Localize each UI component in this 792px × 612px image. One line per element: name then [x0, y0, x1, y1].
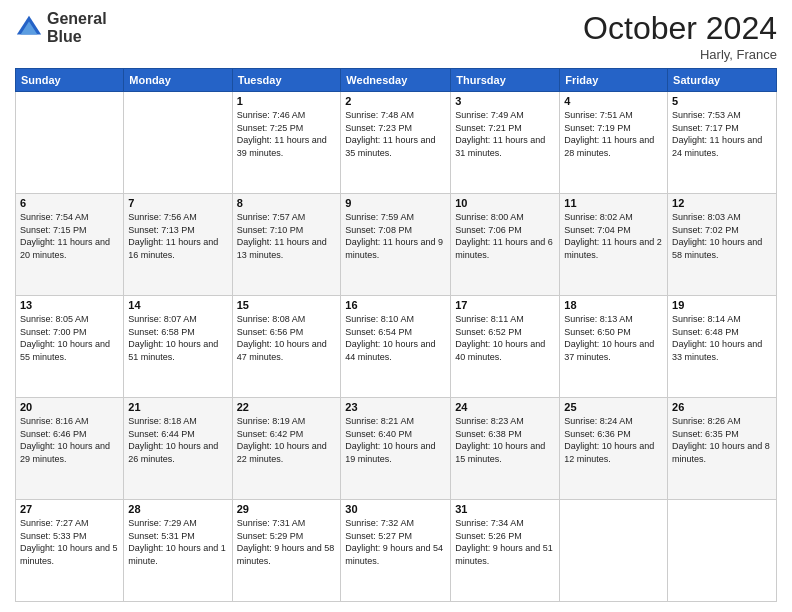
day-detail: Sunrise: 7:48 AMSunset: 7:23 PMDaylight:… [345, 109, 446, 159]
day-number: 25 [564, 401, 663, 413]
calendar-cell: 9 Sunrise: 7:59 AMSunset: 7:08 PMDayligh… [341, 194, 451, 296]
day-detail: Sunrise: 8:19 AMSunset: 6:42 PMDaylight:… [237, 415, 337, 465]
day-detail: Sunrise: 8:13 AMSunset: 6:50 PMDaylight:… [564, 313, 663, 363]
day-detail: Sunrise: 8:23 AMSunset: 6:38 PMDaylight:… [455, 415, 555, 465]
title-block: October 2024 Harly, France [583, 10, 777, 62]
day-detail: Sunrise: 7:46 AMSunset: 7:25 PMDaylight:… [237, 109, 337, 159]
day-detail: Sunrise: 8:26 AMSunset: 6:35 PMDaylight:… [672, 415, 772, 465]
calendar-cell: 17 Sunrise: 8:11 AMSunset: 6:52 PMDaylig… [451, 296, 560, 398]
weekday-header: Wednesday [341, 69, 451, 92]
day-detail: Sunrise: 7:49 AMSunset: 7:21 PMDaylight:… [455, 109, 555, 159]
day-detail: Sunrise: 8:14 AMSunset: 6:48 PMDaylight:… [672, 313, 772, 363]
weekday-header: Tuesday [232, 69, 341, 92]
day-number: 31 [455, 503, 555, 515]
day-number: 18 [564, 299, 663, 311]
day-number: 8 [237, 197, 337, 209]
calendar-cell: 4 Sunrise: 7:51 AMSunset: 7:19 PMDayligh… [560, 92, 668, 194]
day-detail: Sunrise: 8:02 AMSunset: 7:04 PMDaylight:… [564, 211, 663, 261]
day-number: 19 [672, 299, 772, 311]
month-title: October 2024 [583, 10, 777, 47]
calendar-cell: 22 Sunrise: 8:19 AMSunset: 6:42 PMDaylig… [232, 398, 341, 500]
calendar-cell: 1 Sunrise: 7:46 AMSunset: 7:25 PMDayligh… [232, 92, 341, 194]
header: General Blue October 2024 Harly, France [15, 10, 777, 62]
day-number: 23 [345, 401, 446, 413]
location: Harly, France [583, 47, 777, 62]
weekday-header: Sunday [16, 69, 124, 92]
calendar-cell: 20 Sunrise: 8:16 AMSunset: 6:46 PMDaylig… [16, 398, 124, 500]
day-detail: Sunrise: 7:34 AMSunset: 5:26 PMDaylight:… [455, 517, 555, 567]
day-number: 28 [128, 503, 227, 515]
calendar-week-row: 6 Sunrise: 7:54 AMSunset: 7:15 PMDayligh… [16, 194, 777, 296]
day-number: 24 [455, 401, 555, 413]
day-detail: Sunrise: 8:24 AMSunset: 6:36 PMDaylight:… [564, 415, 663, 465]
day-detail: Sunrise: 7:31 AMSunset: 5:29 PMDaylight:… [237, 517, 337, 567]
day-detail: Sunrise: 8:11 AMSunset: 6:52 PMDaylight:… [455, 313, 555, 363]
calendar-cell [560, 500, 668, 602]
logo-icon [15, 14, 43, 42]
weekday-header-row: SundayMondayTuesdayWednesdayThursdayFrid… [16, 69, 777, 92]
weekday-header: Monday [124, 69, 232, 92]
calendar-cell [16, 92, 124, 194]
calendar-cell: 10 Sunrise: 8:00 AMSunset: 7:06 PMDaylig… [451, 194, 560, 296]
calendar-cell: 6 Sunrise: 7:54 AMSunset: 7:15 PMDayligh… [16, 194, 124, 296]
calendar-week-row: 1 Sunrise: 7:46 AMSunset: 7:25 PMDayligh… [16, 92, 777, 194]
day-number: 10 [455, 197, 555, 209]
day-number: 4 [564, 95, 663, 107]
weekday-header: Thursday [451, 69, 560, 92]
day-number: 6 [20, 197, 119, 209]
day-detail: Sunrise: 8:03 AMSunset: 7:02 PMDaylight:… [672, 211, 772, 261]
day-detail: Sunrise: 7:29 AMSunset: 5:31 PMDaylight:… [128, 517, 227, 567]
day-number: 2 [345, 95, 446, 107]
day-number: 21 [128, 401, 227, 413]
day-number: 22 [237, 401, 337, 413]
calendar-cell: 31 Sunrise: 7:34 AMSunset: 5:26 PMDaylig… [451, 500, 560, 602]
calendar-cell: 30 Sunrise: 7:32 AMSunset: 5:27 PMDaylig… [341, 500, 451, 602]
day-detail: Sunrise: 8:00 AMSunset: 7:06 PMDaylight:… [455, 211, 555, 261]
day-detail: Sunrise: 8:10 AMSunset: 6:54 PMDaylight:… [345, 313, 446, 363]
day-number: 12 [672, 197, 772, 209]
calendar-cell: 14 Sunrise: 8:07 AMSunset: 6:58 PMDaylig… [124, 296, 232, 398]
day-number: 27 [20, 503, 119, 515]
day-number: 26 [672, 401, 772, 413]
calendar-cell: 11 Sunrise: 8:02 AMSunset: 7:04 PMDaylig… [560, 194, 668, 296]
calendar-cell: 27 Sunrise: 7:27 AMSunset: 5:33 PMDaylig… [16, 500, 124, 602]
day-detail: Sunrise: 7:54 AMSunset: 7:15 PMDaylight:… [20, 211, 119, 261]
day-number: 15 [237, 299, 337, 311]
weekday-header: Saturday [668, 69, 777, 92]
logo: General Blue [15, 10, 107, 45]
calendar-cell [668, 500, 777, 602]
calendar-cell: 26 Sunrise: 8:26 AMSunset: 6:35 PMDaylig… [668, 398, 777, 500]
calendar-cell: 21 Sunrise: 8:18 AMSunset: 6:44 PMDaylig… [124, 398, 232, 500]
day-detail: Sunrise: 8:16 AMSunset: 6:46 PMDaylight:… [20, 415, 119, 465]
day-detail: Sunrise: 7:57 AMSunset: 7:10 PMDaylight:… [237, 211, 337, 261]
calendar-cell: 19 Sunrise: 8:14 AMSunset: 6:48 PMDaylig… [668, 296, 777, 398]
calendar-week-row: 20 Sunrise: 8:16 AMSunset: 6:46 PMDaylig… [16, 398, 777, 500]
day-number: 17 [455, 299, 555, 311]
day-number: 11 [564, 197, 663, 209]
day-number: 20 [20, 401, 119, 413]
page: General Blue October 2024 Harly, France … [0, 0, 792, 612]
calendar-cell: 3 Sunrise: 7:49 AMSunset: 7:21 PMDayligh… [451, 92, 560, 194]
day-number: 9 [345, 197, 446, 209]
day-detail: Sunrise: 8:21 AMSunset: 6:40 PMDaylight:… [345, 415, 446, 465]
calendar-week-row: 13 Sunrise: 8:05 AMSunset: 7:00 PMDaylig… [16, 296, 777, 398]
day-detail: Sunrise: 8:07 AMSunset: 6:58 PMDaylight:… [128, 313, 227, 363]
calendar-cell: 16 Sunrise: 8:10 AMSunset: 6:54 PMDaylig… [341, 296, 451, 398]
day-detail: Sunrise: 8:08 AMSunset: 6:56 PMDaylight:… [237, 313, 337, 363]
day-detail: Sunrise: 7:53 AMSunset: 7:17 PMDaylight:… [672, 109, 772, 159]
calendar-cell: 25 Sunrise: 8:24 AMSunset: 6:36 PMDaylig… [560, 398, 668, 500]
day-detail: Sunrise: 7:56 AMSunset: 7:13 PMDaylight:… [128, 211, 227, 261]
calendar-cell: 24 Sunrise: 8:23 AMSunset: 6:38 PMDaylig… [451, 398, 560, 500]
calendar-cell [124, 92, 232, 194]
day-number: 5 [672, 95, 772, 107]
day-detail: Sunrise: 7:27 AMSunset: 5:33 PMDaylight:… [20, 517, 119, 567]
day-detail: Sunrise: 7:51 AMSunset: 7:19 PMDaylight:… [564, 109, 663, 159]
day-number: 29 [237, 503, 337, 515]
calendar-week-row: 27 Sunrise: 7:27 AMSunset: 5:33 PMDaylig… [16, 500, 777, 602]
calendar-cell: 18 Sunrise: 8:13 AMSunset: 6:50 PMDaylig… [560, 296, 668, 398]
day-number: 1 [237, 95, 337, 107]
calendar-cell: 2 Sunrise: 7:48 AMSunset: 7:23 PMDayligh… [341, 92, 451, 194]
day-number: 14 [128, 299, 227, 311]
calendar-cell: 7 Sunrise: 7:56 AMSunset: 7:13 PMDayligh… [124, 194, 232, 296]
calendar-cell: 28 Sunrise: 7:29 AMSunset: 5:31 PMDaylig… [124, 500, 232, 602]
